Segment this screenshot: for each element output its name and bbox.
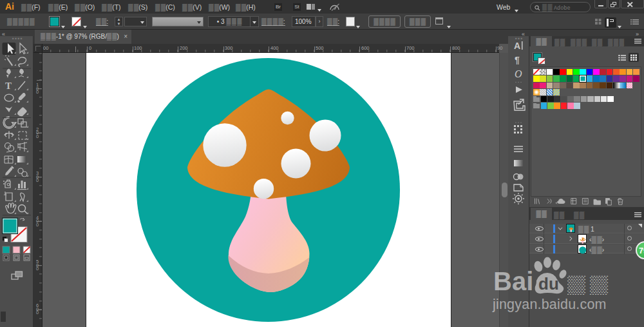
svg-text:T: T	[5, 81, 12, 91]
svg-text:O: O	[515, 68, 522, 79]
svg-text:¶: ¶	[515, 55, 520, 65]
svg-text:du: du	[538, 274, 559, 293]
svg-text:A: A	[514, 41, 520, 51]
